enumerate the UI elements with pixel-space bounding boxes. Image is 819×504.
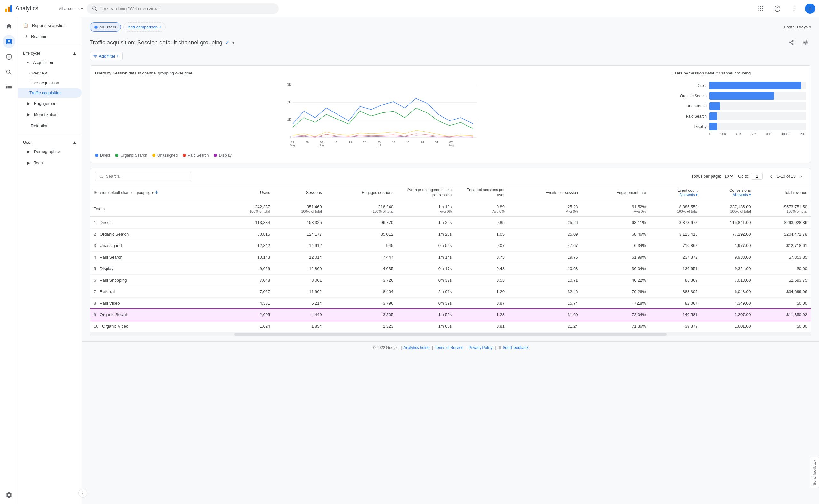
table-search[interactable]: [95, 172, 191, 181]
sidebar-item-user-acquisition[interactable]: User acquisition: [18, 78, 82, 88]
prev-page-btn[interactable]: ‹: [767, 172, 776, 181]
table-search-input[interactable]: [106, 174, 187, 179]
sidebar-item-demographics[interactable]: ▶ Demographics: [18, 146, 82, 157]
sidebar-item-overview[interactable]: Overview: [18, 68, 82, 78]
title-dropdown-icon[interactable]: ▾: [232, 40, 235, 45]
th-conversions[interactable]: Conversions All events ▾: [702, 184, 755, 201]
search-rail-icon[interactable]: [3, 66, 15, 79]
th-engagement-rate[interactable]: Engagement rate: [582, 184, 650, 201]
cell-events-per-sess: 19.76: [508, 252, 582, 263]
th-engaged-sessions[interactable]: Engaged sessions: [326, 184, 397, 201]
sidebar-item-monetization[interactable]: ▶ Monetization: [18, 109, 82, 120]
sidebar-item-reports-snapshot[interactable]: 📋 Reports snapshot: [18, 20, 82, 31]
more-vert-icon-btn[interactable]: [788, 3, 800, 14]
customize-icon: [803, 40, 808, 45]
add-filter-row: Add filter +: [90, 52, 811, 60]
explore-rail-icon[interactable]: [3, 50, 15, 63]
svg-text:1K: 1K: [287, 118, 292, 121]
svg-text:22: 22: [291, 141, 294, 144]
svg-text:17: 17: [406, 141, 410, 144]
channel-filter[interactable]: Session default channel grouping ▾ +: [94, 189, 219, 196]
sidebar-item-engagement[interactable]: ▶ Engagement: [18, 98, 82, 109]
bar-track-direct: [709, 82, 806, 89]
cell-avg-eng: 0m 54s: [397, 240, 456, 252]
user-section-header[interactable]: User ▲: [18, 137, 82, 146]
th-avg-engagement[interactable]: Average engagement time per session: [397, 184, 456, 201]
rows-per-page-select[interactable]: 10 25 50: [723, 174, 734, 179]
table-row[interactable]: 3 Unassigned 12,842 14,912 945 0m 54s 0.…: [90, 240, 811, 252]
bar-label-direct: Direct: [672, 83, 707, 88]
cell-event-count: 140,581: [650, 309, 702, 321]
table-row[interactable]: 4 Paid Search 10,143 12,014 7,447 1m 14s…: [90, 252, 811, 263]
conversions-filter[interactable]: All events ▾: [706, 193, 751, 197]
date-range-selector[interactable]: Last 90 days ▾: [784, 25, 811, 29]
cell-engaged: 8,404: [326, 286, 397, 298]
table-row[interactable]: 1 Direct 113,884 153,325 96,770 1m 22s 0…: [90, 217, 811, 229]
home-rail-icon[interactable]: [3, 20, 15, 33]
avatar[interactable]: U: [805, 4, 815, 14]
table-row[interactable]: 10 Organic Video 1,624 1,854 1,323 1m 06…: [90, 321, 811, 332]
svg-rect-8: [759, 8, 760, 9]
svg-rect-0: [5, 9, 7, 12]
table-row[interactable]: 8 Paid Video 4,381 5,214 3,796 0m 39s 0.…: [90, 298, 811, 309]
th-engaged-per-user[interactable]: Engaged sessions per user: [456, 184, 508, 201]
legend-direct[interactable]: Direct: [95, 153, 110, 158]
add-filter-button[interactable]: Add filter +: [90, 52, 122, 60]
add-comparison-btn[interactable]: Add comparison +: [123, 22, 166, 32]
customize-icon-btn[interactable]: [800, 37, 811, 48]
footer-terms[interactable]: Terms of Service: [435, 345, 463, 350]
footer-analytics-home[interactable]: Analytics home: [403, 345, 429, 350]
next-page-btn[interactable]: ›: [797, 172, 806, 181]
legend-display[interactable]: Display: [214, 153, 231, 158]
all-users-label: All Users: [99, 25, 116, 29]
th-users[interactable]: ↑Users: [222, 184, 274, 201]
th-event-count[interactable]: Event count All events ▾: [650, 184, 702, 201]
bar-track-unassigned: [709, 102, 806, 110]
sidebar-item-tech[interactable]: ▶ Tech: [18, 157, 82, 168]
cell-users: 4,381: [222, 298, 274, 309]
th-total-revenue[interactable]: Total revenue: [755, 184, 811, 201]
sidebar-item-traffic-acquisition[interactable]: Traffic acquisition: [18, 88, 82, 98]
event-count-filter[interactable]: All events ▾: [654, 193, 698, 197]
th-events-per-session[interactable]: Events per session: [508, 184, 582, 201]
cell-engaged: 7,447: [326, 252, 397, 263]
reports-rail-icon[interactable]: [3, 35, 15, 48]
sidebar-item-retention[interactable]: Retention: [18, 120, 82, 131]
sidebar-item-realtime[interactable]: ⏱ Realtime: [18, 31, 82, 42]
page-info: 1-10 of 13: [777, 174, 796, 179]
feedback-side-btn[interactable]: Send feedback: [810, 457, 819, 488]
footer-feedback[interactable]: Send feedback: [503, 345, 528, 350]
apps-icon-btn[interactable]: [755, 3, 767, 14]
sidebar-item-acquisition[interactable]: ▾ Acquisition: [18, 57, 82, 68]
global-search[interactable]: [87, 3, 279, 14]
cell-eng-rate: 68.46%: [582, 229, 650, 240]
go-to-input[interactable]: [751, 173, 763, 180]
th-sessions[interactable]: Sessions: [274, 184, 326, 201]
all-users-chip[interactable]: All Users: [90, 22, 121, 32]
search-input[interactable]: [100, 6, 274, 11]
collapse-sidebar-btn[interactable]: ‹: [78, 489, 87, 498]
svg-text:05: 05: [320, 141, 323, 144]
cell-eng-per-user: 0.73: [456, 252, 508, 263]
legend-dot-display: [214, 154, 217, 157]
accounts-selector[interactable]: All accounts ▾: [59, 6, 83, 11]
table-row[interactable]: 9 Organic Social 2,605 4,449 3,205 1m 52…: [90, 309, 811, 321]
table-row[interactable]: 7 Referral 7,027 11,962 8,404 2m 01s 1.2…: [90, 286, 811, 298]
add-col-btn[interactable]: +: [155, 189, 158, 196]
help-icon-btn[interactable]: ?: [772, 3, 783, 14]
table-row[interactable]: 6 Paid Shopping 7,048 8,061 3,726 0m 37s…: [90, 275, 811, 286]
cell-channel: 7 Referral: [90, 286, 222, 298]
table-scrollbar[interactable]: [90, 332, 811, 336]
settings-rail-icon[interactable]: [3, 489, 15, 501]
bar-track-organic-search: [709, 92, 806, 100]
legend-paid-search[interactable]: Paid Search: [183, 153, 209, 158]
legend-unassigned[interactable]: Unassigned: [152, 153, 177, 158]
footer-privacy[interactable]: Privacy Policy: [469, 345, 493, 350]
list-rail-icon[interactable]: [3, 81, 15, 94]
lifecycle-section-header[interactable]: Life cycle ▲: [18, 48, 82, 57]
legend-organic-search[interactable]: Organic Search: [115, 153, 147, 158]
table-row[interactable]: 2 Organic Search 80,815 124,177 85,012 1…: [90, 229, 811, 240]
svg-text:31: 31: [435, 141, 438, 144]
share-icon-btn[interactable]: [786, 37, 797, 48]
table-row[interactable]: 5 Display 9,629 12,860 4,635 0m 17s 0.48…: [90, 263, 811, 275]
